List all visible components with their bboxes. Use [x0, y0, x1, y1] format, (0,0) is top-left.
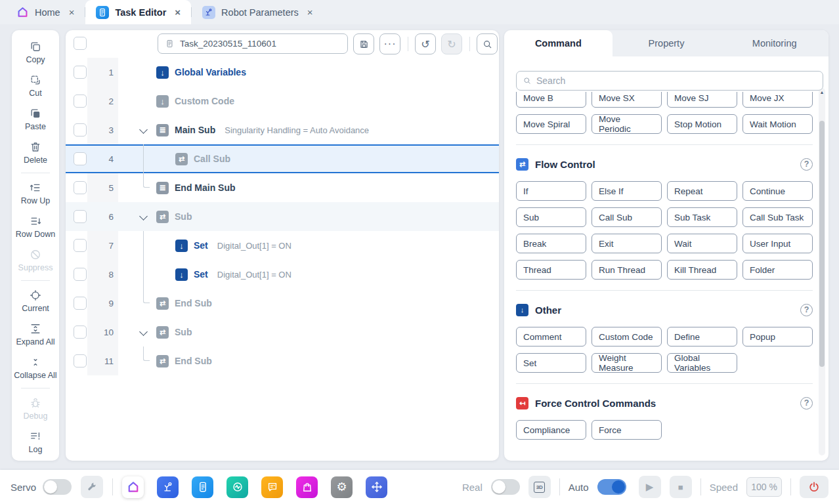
command-button-row: ThreadRun ThreadKill ThreadFolder — [516, 260, 813, 280]
help-icon[interactable]: ? — [800, 397, 813, 410]
dock-home-icon[interactable] — [122, 476, 144, 498]
dock-monitoring-icon[interactable] — [226, 476, 248, 498]
command-button-comment[interactable]: Comment — [516, 327, 586, 346]
dock-robot-jog-icon[interactable] — [157, 476, 179, 498]
task-row-4-call-sub[interactable]: 4⇄Call Sub — [66, 144, 499, 173]
command-button-weight-measure[interactable]: Weight Measure — [592, 353, 662, 373]
command-button-compliance[interactable]: Compliance — [516, 420, 586, 440]
tool-settings-button[interactable] — [81, 476, 103, 498]
command-button-move-b[interactable]: Move B — [516, 92, 586, 108]
tab-command[interactable]: Command — [504, 30, 613, 56]
sidebar-item-copy[interactable]: Copy — [12, 35, 59, 69]
sidebar-item-paste[interactable]: Paste — [12, 102, 59, 136]
command-button-move-spiral[interactable]: Move Spiral — [516, 114, 586, 134]
tab-robot-parameters[interactable]: Robot Parameters× — [192, 0, 323, 24]
real-toggle[interactable] — [491, 479, 520, 495]
servo-toggle[interactable] — [43, 479, 72, 495]
sidebar-item-expand-all[interactable]: Expand All — [12, 318, 59, 351]
toolbar-divider — [469, 37, 470, 51]
command-button-else-if[interactable]: Else If — [592, 181, 662, 201]
task-row-7-set[interactable]: 7↓SetDigital_Out[1] = ON — [66, 231, 499, 260]
task-row-11-end-sub[interactable]: 11⇄End Sub — [66, 346, 499, 375]
sidebar-item-row-down[interactable]: Row Down — [12, 210, 59, 243]
command-search-input[interactable]: Search — [516, 71, 823, 91]
command-button-move-sx[interactable]: Move SX — [592, 92, 662, 108]
more-options-button[interactable]: ··· — [379, 33, 400, 54]
stop-button[interactable]: ■ — [670, 476, 692, 498]
command-button-thread[interactable]: Thread — [516, 260, 586, 280]
command-button-run-thread[interactable]: Run Thread — [592, 260, 662, 280]
task-row-9-end-sub[interactable]: 9⇄End Sub — [66, 289, 499, 318]
command-button-stop-motion[interactable]: Stop Motion — [667, 114, 737, 134]
task-row-1-global-variables[interactable]: 1↓Global Variables — [66, 58, 499, 87]
close-icon[interactable]: × — [307, 7, 313, 18]
sidebar-item-cut[interactable]: Cut — [12, 69, 59, 102]
speed-value-box[interactable]: 100 % — [746, 477, 782, 497]
command-button-force[interactable]: Force — [592, 420, 662, 440]
command-button-sub[interactable]: Sub — [516, 207, 586, 227]
command-button-global-variables[interactable]: Global Variables — [667, 353, 737, 373]
command-button-break[interactable]: Break — [516, 234, 586, 253]
help-icon[interactable]: ? — [800, 158, 813, 171]
dock-messages-icon[interactable] — [261, 476, 283, 498]
auto-toggle[interactable] — [597, 479, 626, 495]
section-divider — [516, 290, 813, 291]
command-button-repeat[interactable]: Repeat — [667, 181, 737, 201]
save-button[interactable] — [353, 33, 374, 54]
scroll-up-arrow[interactable]: ▲ — [819, 90, 825, 94]
play-button[interactable]: ▶ — [639, 476, 661, 498]
command-button-sub-task[interactable]: Sub Task — [667, 207, 737, 227]
tab-task-editor[interactable]: Task Editor× — [85, 0, 191, 24]
command-button-move-sj[interactable]: Move SJ — [667, 92, 737, 108]
command-button-folder[interactable]: Folder — [742, 260, 813, 280]
task-row-2-custom-code[interactable]: 2↓Custom Code — [66, 87, 499, 116]
row-label: End Sub — [175, 298, 212, 308]
task-row-5-end-main-sub[interactable]: 5≣End Main Sub — [66, 173, 499, 202]
scrollbar-thumb[interactable] — [819, 121, 825, 367]
dock-task-editor-icon[interactable] — [192, 476, 213, 498]
command-button-call-sub[interactable]: Call Sub — [592, 207, 662, 227]
search-rows-button[interactable] — [477, 33, 498, 54]
command-button-define[interactable]: Define — [667, 327, 737, 346]
sidebar-item-current[interactable]: Current — [12, 284, 59, 318]
command-button-if[interactable]: If — [516, 181, 586, 201]
command-button-exit[interactable]: Exit — [592, 234, 662, 253]
tab-property[interactable]: Property — [613, 30, 721, 56]
command-button-call-sub-task[interactable]: Call Sub Task — [742, 207, 813, 227]
power-button[interactable] — [800, 476, 828, 498]
bar-divider — [700, 478, 701, 495]
command-button-wait[interactable]: Wait — [667, 234, 737, 253]
sidebar-item-row-up[interactable]: Row Up — [12, 177, 59, 210]
command-scrollbar[interactable]: ▲ — [819, 88, 825, 455]
command-button-move-periodic[interactable]: Move Periodic — [592, 114, 662, 134]
dock-store-icon[interactable] — [296, 476, 318, 498]
command-button-kill-thread[interactable]: Kill Thread — [667, 260, 737, 280]
command-button-move-jx[interactable]: Move JX — [742, 92, 813, 108]
command-button-popup[interactable]: Popup — [742, 327, 813, 346]
sidebar-item-collapse-all[interactable]: Collapse All — [12, 351, 59, 385]
sidebar-item-delete[interactable]: Delete — [12, 136, 59, 169]
tab-home[interactable]: Home× — [5, 0, 85, 24]
close-icon[interactable]: × — [175, 7, 181, 18]
sidebar-item-log[interactable]: Log — [12, 425, 59, 459]
3d-view-button[interactable]: 3D — [528, 476, 551, 498]
task-name-field[interactable]: Task_20230515_110601 — [158, 33, 348, 54]
bar-divider — [112, 478, 113, 495]
command-button-wait-motion[interactable]: Wait Motion — [742, 114, 813, 134]
row-detail: Singularity Handling = Auto Avoidance — [225, 125, 369, 135]
command-button-set[interactable]: Set — [516, 353, 586, 373]
task-row-6-sub[interactable]: 6⇄Sub — [66, 202, 499, 231]
close-icon[interactable]: × — [69, 7, 75, 18]
tab-monitoring[interactable]: Monitoring — [720, 30, 828, 56]
dock-settings-icon[interactable]: ⚙ — [331, 476, 353, 498]
select-all-checkbox[interactable] — [74, 37, 87, 50]
task-row-10-sub[interactable]: 10⇄Sub — [66, 318, 499, 346]
dock-jog-move-icon[interactable] — [366, 476, 387, 498]
command-button-custom-code[interactable]: Custom Code — [592, 327, 662, 346]
task-row-8-set[interactable]: 8↓SetDigital_Out[1] = ON — [66, 260, 499, 289]
command-button-user-input[interactable]: User Input — [742, 234, 813, 253]
undo-button[interactable]: ↺ — [415, 33, 436, 54]
help-icon[interactable]: ? — [800, 304, 813, 316]
task-row-3-main-sub[interactable]: 3≣Main SubSingularity Handling = Auto Av… — [66, 116, 499, 144]
command-button-continue[interactable]: Continue — [742, 181, 813, 201]
